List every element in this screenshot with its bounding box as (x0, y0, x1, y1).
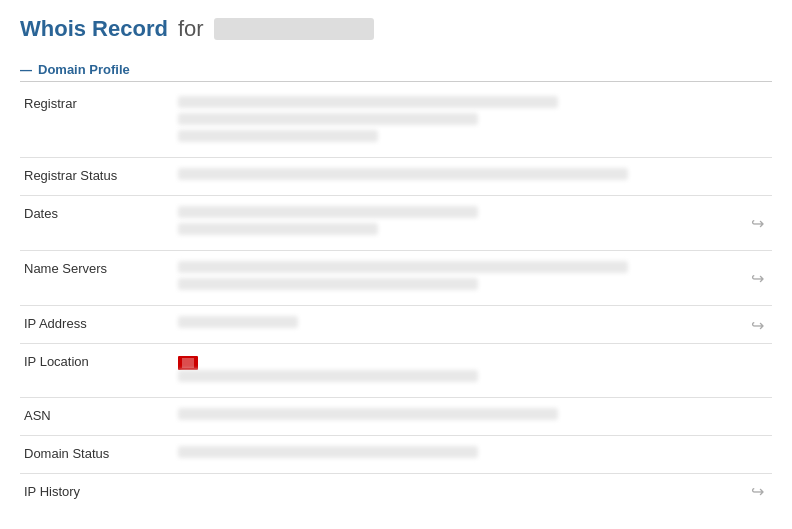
blurred-content (178, 206, 478, 218)
row-arrow-icon[interactable]: ↪ (751, 269, 764, 288)
row-value-name-servers: ↪ (170, 251, 772, 306)
blurred-content (178, 278, 478, 290)
table-row: Registrar Status (20, 158, 772, 196)
row-value-registrar-status (170, 158, 772, 196)
table-row: Name Servers↪ (20, 251, 772, 306)
blurred-content (178, 168, 628, 180)
row-arrow-icon[interactable]: ↪ (751, 214, 764, 233)
blurred-content (178, 316, 298, 328)
row-label-ip-address: IP Address (20, 306, 170, 344)
row-label-ip-history: IP History (20, 473, 170, 509)
whois-table: RegistrarRegistrar StatusDates↪Name Serv… (20, 86, 772, 509)
row-value-asn (170, 397, 772, 435)
blurred-content (178, 408, 558, 420)
section-header[interactable]: — Domain Profile (20, 58, 772, 82)
page-container: Whois Record for — Domain Profile Regist… (0, 0, 792, 525)
row-label-registrar-status: Registrar Status (20, 158, 170, 196)
domain-name-badge (214, 18, 374, 40)
table-row: IP Address↪ (20, 306, 772, 344)
row-arrow-icon[interactable]: ↪ (751, 482, 764, 501)
page-header: Whois Record for (20, 16, 772, 42)
row-arrow-icon[interactable]: ↪ (751, 315, 764, 334)
row-value-domain-status (170, 435, 772, 473)
row-value-ip-history: ↪ (170, 473, 772, 509)
row-label-registrar: Registrar (20, 86, 170, 158)
page-title-for: for (178, 16, 204, 42)
blurred-content (178, 96, 558, 108)
row-value-registrar (170, 86, 772, 158)
table-row: Dates↪ (20, 196, 772, 251)
row-value-ip-address: ↪ (170, 306, 772, 344)
row-label-domain-status: Domain Status (20, 435, 170, 473)
row-value-ip-location (170, 344, 772, 398)
table-row: IP Location (20, 344, 772, 398)
blurred-content (178, 223, 378, 235)
section-label: Domain Profile (38, 62, 130, 77)
row-label-name-servers: Name Servers (20, 251, 170, 306)
blurred-content (178, 130, 378, 142)
table-row: Registrar (20, 86, 772, 158)
flag-icon (178, 356, 198, 370)
blurred-content (178, 113, 478, 125)
row-label-ip-location: IP Location (20, 344, 170, 398)
row-label-dates: Dates (20, 196, 170, 251)
table-row: ASN (20, 397, 772, 435)
blurred-content (178, 261, 628, 273)
table-row: Domain Status (20, 435, 772, 473)
section-toggle-icon[interactable]: — (20, 63, 32, 77)
table-row: IP History↪ (20, 473, 772, 509)
row-label-asn: ASN (20, 397, 170, 435)
blurred-content (178, 446, 478, 458)
blurred-content (178, 370, 478, 382)
row-value-dates: ↪ (170, 196, 772, 251)
page-title: Whois Record (20, 16, 168, 42)
